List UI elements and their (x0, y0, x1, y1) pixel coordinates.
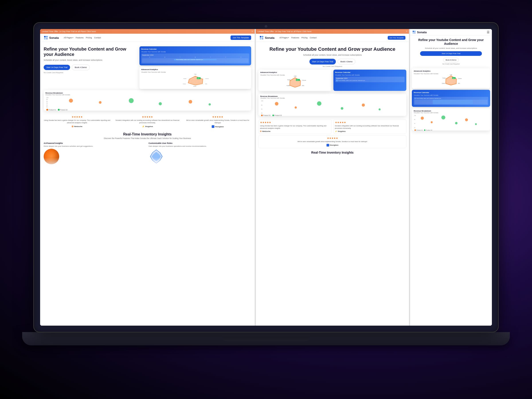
cal-month-tablet: September 2024 (336, 78, 404, 79)
get-template-btn-desktop[interactable]: Get This Template (231, 35, 251, 40)
tablet-panel: Limited Time Offer: 14 Day Free Trial on… (256, 29, 409, 326)
nav-features[interactable]: Features (76, 37, 83, 39)
bubble-chart-tablet: 10k6k2k0k (260, 100, 405, 114)
logo-icon-mobile (412, 30, 416, 34)
calendar-rows: Post-holiday sales and customer retentio… (142, 58, 248, 63)
review-text-tablet-1: Using Sonata has been a game-changer for… (260, 125, 330, 129)
legend-label-2: Product 02 (60, 109, 68, 111)
nav-all-pages-tablet[interactable]: All Pages (279, 37, 289, 39)
blue-blob-container (149, 149, 164, 164)
rev-breakdown-card-tablet: Revenue Breakdown Visualize Your Success… (259, 94, 406, 116)
bubble-chart: 10k8k6k4k2k0k (45, 95, 249, 109)
banner-close-tablet[interactable]: × (406, 30, 407, 32)
stars-tablet-1: ★★★★★ (260, 121, 330, 124)
nav-contact[interactable]: Contact (94, 37, 101, 39)
adv-analytics-card-tablet: Advanced Analytics Visualize Your Succes… (259, 70, 332, 91)
tablet-cards-grid: Advanced Analytics Visualize Your Succes… (256, 70, 409, 92)
radar-chart-area: Edge Chrome IE9+ Firefox Firefox Firefox (141, 74, 249, 87)
desktop-panel: Limited Time Offer: 14 Day Free Trial on… (40, 29, 255, 326)
radar-chart-tablet: Edge Firefox Chrome IE9+ Firefox 26% (260, 76, 330, 89)
b5 (362, 103, 365, 107)
no-credit-desktop: No Credit Card Required (44, 72, 137, 74)
nav-pricing[interactable]: Pricing (86, 37, 92, 39)
rev-bd-title-tablet: Revenue Breakdown (260, 95, 405, 97)
mb4 (455, 122, 457, 124)
nav-all-pages[interactable]: All Pages (64, 37, 73, 39)
sisyphus-icon: ⚡ (142, 125, 145, 128)
hero-buttons-tablet: Start 14 Days Free Trial Book A Demo (260, 59, 405, 64)
banner-close-desktop[interactable]: × (252, 30, 253, 32)
mb1 (421, 117, 424, 120)
stars-2: ★★★★★ (114, 115, 181, 118)
svg-text:IE9+: IE9+ (458, 83, 460, 84)
svg-rect-1 (46, 36, 48, 38)
hamburger-icon[interactable]: ☰ (487, 30, 490, 34)
no-credit-mobile: No Credit Card Required (412, 63, 490, 65)
sisyphus-icon-tablet: ⚡ (335, 130, 337, 132)
calendar-event-text: Post-holiday sales and customer retentio… (176, 59, 204, 60)
features-sub-desktop: Discover the Powerful Features That Make… (44, 137, 251, 139)
calendar-month: September 2024 (142, 54, 248, 56)
review-text-tablet-3: We've seen remarkable growth since imple… (260, 140, 405, 143)
svg-text:26%: 26% (453, 78, 455, 79)
logo-mobile: Sonata (412, 30, 426, 34)
logo-text-desktop: Sonata (49, 36, 59, 39)
l-dot-1-m (415, 129, 416, 131)
revenue-breakdown-card: Revenue Breakdown Visualize Your Success… (44, 90, 251, 111)
logo-text-mobile: Sonata (417, 31, 426, 34)
l-dot-1-tablet (261, 115, 263, 116)
cal-m-event: Post-holiday sales and customer retentio… (415, 98, 488, 99)
advanced-analytics-card: Advanced Analytics Visualize Your Succes… (139, 67, 251, 89)
nav-links-desktop: All Pages Features Pricing Contact (64, 37, 101, 39)
mb6 (475, 123, 477, 125)
top-banner-tablet[interactable]: Limited Time Offer: 14 Day Free Trial on… (256, 29, 409, 34)
feature-item-1: AI-Powered Insights Delve deeper into yo… (44, 142, 146, 164)
features-grid-desktop: AI-Powered Insights Delve deeper into yo… (44, 142, 251, 164)
l-dot-2-m (424, 129, 425, 131)
feature-item-2: Customizable User Roles Gain deeper into… (149, 142, 251, 164)
start-trial-btn-mobile[interactable]: Start 14 Days Free Trial (420, 51, 482, 56)
company-tablet-2: ⚡ Sisyphus (335, 130, 405, 132)
legend-product2: Product 02 (58, 109, 68, 111)
hero-title-tablet: Refine your Youtube Content and Grow you… (260, 46, 405, 52)
bubbles-m (416, 114, 488, 129)
get-template-btn-tablet[interactable]: Get This Template (388, 36, 406, 40)
rev-breakdown-section: Revenue Breakdown Visualize Your Success… (40, 90, 255, 113)
svg-text:Firefox: Firefox (287, 79, 291, 81)
site-desktop: Limited Time Offer: 14 Day Free Trial on… (40, 29, 255, 326)
rev-cal-title: Revenue Calendar (141, 48, 249, 50)
start-trial-btn-tablet[interactable]: Start 14 Days Free Trial (310, 59, 336, 64)
y-axis: 10k8k6k4k2k0k (46, 96, 49, 108)
cal-text-mobile: Post-holiday sales and customer retentio… (416, 98, 442, 99)
bubble-area-tablet: 10k6k2k0k (260, 100, 405, 114)
book-demo-btn-tablet[interactable]: Book A Demo (338, 59, 355, 64)
no-credit-tablet: No Credit Card Required (260, 65, 405, 67)
rev-cal-sub-tablet: Visualize Your Success with Sonata (335, 74, 405, 76)
navbar-desktop: Sonata All Pages Features Pricing Contac… (40, 34, 255, 42)
cal-dot-mobile (415, 98, 416, 99)
start-trial-btn-desktop[interactable]: Start 14 Days Free Trial (44, 65, 70, 70)
svg-rect-32 (413, 32, 414, 34)
l-label-2-tablet: Product 02 (274, 115, 282, 116)
bubble-2 (99, 101, 101, 104)
hourglass-icon (212, 125, 214, 128)
hero-title-desktop: Refine your Youtube Content and Grow you… (44, 46, 137, 57)
cal-dot (336, 80, 338, 81)
logo-icon-tablet (259, 35, 264, 40)
book-demo-btn-desktop[interactable]: Book A Demo (72, 64, 90, 70)
nav-pricing-tablet[interactable]: Pricing (301, 37, 308, 39)
features-title-desktop: Real-Time Inventory Insights (44, 132, 251, 136)
cal-event-bar (433, 100, 473, 104)
company-name-2: Sisyphus (145, 126, 153, 127)
top-banner-desktop[interactable]: Limited Time Offer: 14 Day Free Trial on… (40, 29, 255, 34)
nav-contact-tablet[interactable]: Contact (310, 37, 317, 39)
site-mobile: Sonata ☰ Refine your Youtube Content and… (410, 29, 492, 326)
stars-tablet-3: ★★★★★ (260, 137, 405, 140)
review-text-3: We've seen remarkable growth since imple… (184, 119, 251, 124)
book-demo-btn-mobile[interactable]: Book A Demo (443, 58, 459, 62)
svg-rect-3 (46, 38, 48, 39)
b3 (317, 101, 321, 106)
nav-features-tablet[interactable]: Features (291, 37, 299, 39)
mb5 (465, 118, 468, 121)
svg-text:Firefox: Firefox (184, 78, 187, 79)
